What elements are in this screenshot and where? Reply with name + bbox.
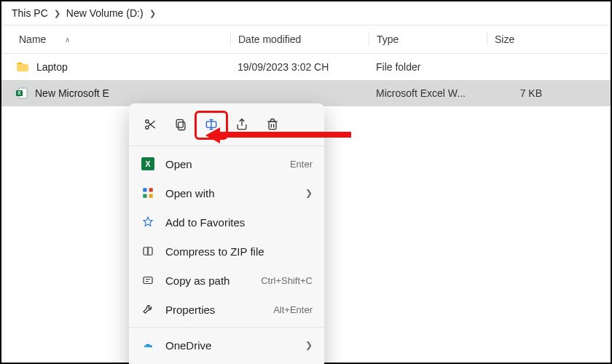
context-menu-toolbar xyxy=(129,108,324,143)
chevron-right-icon: ❯ xyxy=(305,188,313,198)
svg-rect-11 xyxy=(143,188,146,191)
file-type: Microsoft Excel W... xyxy=(369,87,487,99)
rename-icon xyxy=(204,117,219,134)
chevron-right-icon: ❯ xyxy=(54,9,60,18)
svg-text:X: X xyxy=(145,159,151,168)
open-with-icon xyxy=(141,186,155,200)
menu-item-open-with[interactable]: Open with ❯ xyxy=(129,178,324,207)
header-date[interactable]: Date modified xyxy=(230,33,369,46)
divider xyxy=(129,327,324,328)
menu-shortcut: Ctrl+Shift+C xyxy=(261,275,313,286)
file-date: 19/09/2023 3:02 CH xyxy=(230,61,369,73)
sort-ascending-icon: ∧ xyxy=(65,36,70,44)
menu-label: Compress to ZIP file xyxy=(165,245,313,258)
table-row[interactable]: Laptop 19/09/2023 3:02 CH File folder xyxy=(1,54,611,80)
menu-item-zip[interactable]: Compress to ZIP file xyxy=(129,237,324,266)
folder-icon xyxy=(16,62,29,72)
star-icon xyxy=(141,215,155,229)
breadcrumb[interactable]: This PC ❯ New Volume (D:) ❯ xyxy=(1,1,611,25)
menu-item-properties[interactable]: Properties Alt+Enter xyxy=(129,295,324,324)
header-type-label: Type xyxy=(377,33,399,45)
svg-point-4 xyxy=(146,119,149,122)
table-row[interactable]: X New Microsoft E Microsoft Excel W... 7… xyxy=(1,80,611,106)
chevron-right-icon: ❯ xyxy=(149,9,156,18)
scissors-icon xyxy=(143,117,157,134)
file-size: 7 KB xyxy=(487,87,542,99)
header-name[interactable]: Name ∧ xyxy=(1,33,230,45)
header-name-label: Name xyxy=(19,33,46,45)
delete-button[interactable] xyxy=(257,112,288,138)
trash-icon xyxy=(265,117,280,134)
svg-rect-8 xyxy=(269,121,276,129)
svg-rect-13 xyxy=(143,194,146,198)
header-size-label: Size xyxy=(495,33,514,45)
menu-label: Copy as path xyxy=(165,274,251,287)
menu-label: Add to Favorites xyxy=(165,216,313,229)
svg-text:X: X xyxy=(17,90,21,95)
file-name: Laptop xyxy=(36,61,68,73)
menu-label: Open xyxy=(165,158,280,170)
chevron-right-icon: ❯ xyxy=(305,340,313,350)
rename-button[interactable] xyxy=(196,112,227,138)
svg-rect-6 xyxy=(176,119,183,127)
excel-app-icon: X xyxy=(141,157,155,171)
header-type[interactable]: Type xyxy=(369,33,487,46)
svg-rect-12 xyxy=(149,188,153,191)
share-button[interactable] xyxy=(227,112,257,138)
copy-button[interactable] xyxy=(165,112,196,138)
menu-shortcut: Enter xyxy=(290,159,313,170)
menu-label: Open with xyxy=(165,187,295,199)
column-headers: Name ∧ Date modified Type Size xyxy=(1,25,611,54)
svg-point-3 xyxy=(146,126,149,129)
menu-item-copy-path[interactable]: Copy as path Ctrl+Shift+C xyxy=(129,266,324,295)
zip-icon xyxy=(141,244,155,258)
file-type: File folder xyxy=(369,61,487,73)
context-menu: X Open Enter Open with ❯ Add to Favorite… xyxy=(129,103,324,364)
menu-item-winrar[interactable]: WinRAR xyxy=(129,360,324,364)
copy-path-icon xyxy=(141,273,155,288)
menu-label: Properties xyxy=(165,304,263,316)
divider xyxy=(129,146,324,146)
share-icon xyxy=(235,117,249,134)
wrench-icon xyxy=(141,302,155,317)
svg-rect-14 xyxy=(149,194,153,198)
menu-label: OneDrive xyxy=(165,339,295,352)
excel-file-icon: X xyxy=(16,87,28,99)
cut-button[interactable] xyxy=(135,112,165,138)
copy-icon xyxy=(173,117,188,134)
menu-item-onedrive[interactable]: OneDrive ❯ xyxy=(129,331,324,360)
svg-rect-16 xyxy=(144,277,152,284)
header-size[interactable]: Size xyxy=(487,33,542,46)
svg-rect-5 xyxy=(178,122,185,130)
breadcrumb-seg-this-pc[interactable]: This PC xyxy=(12,7,48,19)
menu-shortcut: Alt+Enter xyxy=(273,304,313,315)
header-date-label: Date modified xyxy=(238,33,301,45)
menu-item-favorites[interactable]: Add to Favorites xyxy=(129,207,324,237)
breadcrumb-seg-drive[interactable]: New Volume (D:) xyxy=(66,7,144,19)
menu-item-open[interactable]: X Open Enter xyxy=(129,149,324,178)
file-name: New Microsoft E xyxy=(35,87,109,99)
onedrive-icon xyxy=(141,338,155,352)
